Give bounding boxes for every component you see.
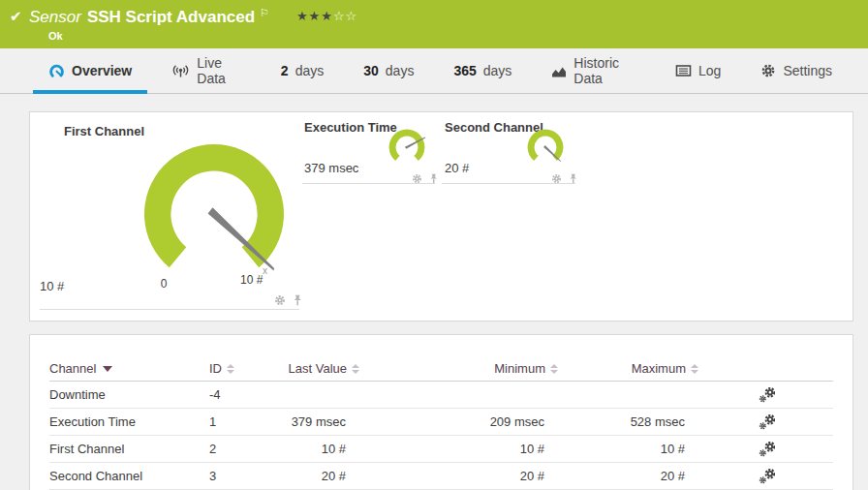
sort-both-icon — [227, 364, 234, 374]
column-header-maximum[interactable]: Maximum — [558, 361, 698, 376]
sort-both-icon — [352, 364, 359, 374]
tab-label: Overview — [72, 63, 132, 78]
log-icon — [675, 64, 692, 77]
tab-number: 2 — [281, 63, 289, 78]
tab-overview[interactable]: Overview — [45, 48, 136, 93]
ok-check-icon: ✔ — [10, 8, 29, 25]
tab-label: Log — [698, 63, 721, 78]
table-row: Second Channel 3 20 # 20 # 20 # — [49, 463, 833, 490]
tab-live-data[interactable]: Live Data — [168, 48, 245, 93]
channel-id: -4 — [209, 387, 267, 402]
gauge-divider — [302, 183, 435, 184]
gauge-ring — [389, 130, 425, 161]
channel-last-value: 20 # — [267, 469, 359, 483]
gauge-value-first-channel: 10 # — [40, 279, 64, 293]
sensor-kind-label: Sensor — [29, 8, 81, 26]
gauges-panel: First Channel x 0 10 # 10 # Execution Ti… — [29, 111, 853, 322]
channel-name: Execution Time — [49, 414, 209, 429]
channel-id: 1 — [209, 414, 267, 429]
channel-last-value: 10 # — [267, 442, 359, 456]
gear-pair-icon[interactable] — [759, 413, 775, 430]
column-header-last-value[interactable]: Last Value — [267, 361, 359, 376]
tab-settings[interactable]: Settings — [757, 48, 836, 93]
tab-number: 365 — [453, 63, 476, 78]
tab-label: Historic Data — [574, 55, 636, 86]
first-channel-gauge — [127, 127, 301, 301]
channel-name: First Channel — [49, 442, 209, 456]
gauge-pin-icon[interactable] — [428, 170, 440, 188]
gauge-value-execution-time: 379 msec — [304, 161, 358, 175]
tab-historic-data[interactable]: Historic Data — [547, 48, 639, 93]
channel-id: 2 — [209, 442, 267, 456]
tab-30-days[interactable]: 30 days — [359, 48, 418, 93]
tab-label: Live Data — [197, 55, 241, 86]
channel-maximum: 528 msec — [558, 414, 698, 429]
gear-pair-icon[interactable] — [759, 468, 775, 484]
flag-icon[interactable]: ⚐ — [260, 4, 269, 22]
column-header-minimum[interactable]: Minimum — [359, 361, 558, 376]
channel-minimum: 10 # — [359, 442, 558, 456]
priority-stars-filled: ★★★ — [296, 9, 333, 23]
gauge-settings-gear-icon[interactable] — [412, 170, 422, 188]
gauge-divider — [40, 309, 299, 310]
tab-label: days — [483, 63, 512, 78]
gear-pair-icon[interactable] — [759, 386, 775, 403]
tab-log[interactable]: Log — [671, 48, 725, 93]
broadcast-icon — [171, 64, 190, 78]
table-row: Execution Time 1 379 msec 209 msec 528 m… — [49, 409, 833, 436]
second-channel-gauge — [523, 125, 568, 169]
column-header-id[interactable]: ID — [209, 361, 267, 376]
channels-panel: Channel ID Last Value Minimum Maximum — [29, 334, 853, 490]
gauge-scale-min: 0 — [156, 277, 171, 291]
sort-both-icon — [691, 364, 698, 374]
gauge-scale-max: 10 # — [240, 273, 263, 287]
area-chart-icon — [551, 64, 567, 78]
channel-name: Downtime — [49, 387, 209, 402]
column-header-channel[interactable]: Channel — [49, 361, 209, 376]
tab-label: days — [295, 63, 325, 78]
channel-maximum: 20 # — [558, 469, 698, 483]
gauge-ring — [144, 144, 284, 267]
gear-icon — [760, 63, 776, 78]
execution-time-gauge — [385, 125, 429, 169]
channel-minimum: 209 msec — [359, 414, 558, 429]
channel-minimum: 20 # — [359, 469, 558, 483]
gauge-title-execution-time: Execution Time — [304, 120, 397, 135]
gauge-pin-icon[interactable] — [292, 292, 304, 310]
table-header-row: Channel ID Last Value Minimum Maximum — [49, 356, 833, 382]
gauge-settings-gear-icon[interactable] — [274, 292, 286, 310]
table-row: Downtime -4 — [49, 382, 833, 409]
channel-maximum: 10 # — [558, 442, 698, 456]
sensor-title: SSH Script Advanced — [87, 8, 255, 26]
gauge-pin-icon[interactable] — [568, 170, 579, 188]
gauge-value-second-channel: 20 # — [445, 161, 469, 175]
channel-name: Second Channel — [49, 469, 209, 483]
channel-id: 3 — [209, 469, 267, 483]
tab-365-days[interactable]: 365 days — [450, 48, 515, 93]
channels-table: Channel ID Last Value Minimum Maximum — [30, 335, 852, 490]
table-row: First Channel 2 10 # 10 # 10 # — [49, 436, 833, 463]
sort-both-icon — [550, 364, 558, 374]
gauge-needle-tip-marker: x — [263, 265, 267, 276]
gear-pair-icon[interactable] — [759, 441, 775, 457]
priority-stars-empty: ☆☆ — [333, 9, 357, 23]
tab-bar: Overview Live Data 2 days 30 days 365 da… — [0, 48, 868, 94]
gauge-divider — [442, 183, 575, 184]
sort-desc-icon — [103, 366, 112, 372]
status-badge: Ok — [48, 30, 868, 42]
tab-label: Settings — [783, 63, 832, 78]
gauge-ring — [528, 130, 564, 161]
gauge-settings-gear-icon[interactable] — [551, 170, 562, 188]
tab-2-days[interactable]: 2 days — [277, 48, 327, 93]
sensor-status-bar: ✔ Sensor SSH Script Advanced ⚐ ★★★☆☆ Ok — [0, 0, 868, 48]
channel-last-value: 379 msec — [267, 414, 359, 429]
tab-label: days — [386, 63, 415, 78]
gauge-icon — [48, 63, 65, 79]
tab-number: 30 — [363, 63, 379, 78]
priority-stars[interactable]: ★★★☆☆ — [296, 7, 357, 25]
